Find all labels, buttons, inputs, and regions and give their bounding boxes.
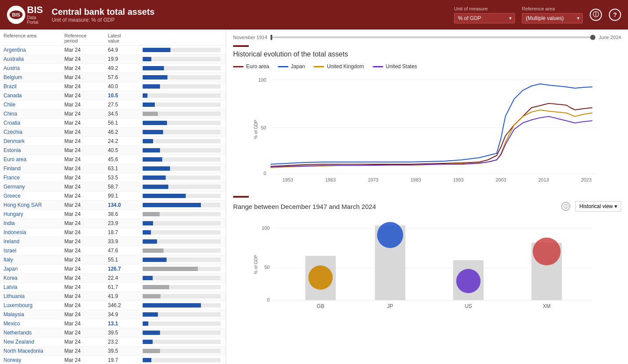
row-bar-bg [143, 139, 220, 143]
country-name[interactable]: New Zealand [3, 339, 64, 345]
row-bar-cell [143, 276, 222, 280]
country-name[interactable]: Greece [3, 193, 64, 199]
row-period: Mar 24 [64, 175, 108, 181]
country-name[interactable]: Japan [3, 266, 64, 272]
info-button[interactable]: ⓘ [590, 9, 602, 21]
unit-of-measure-select[interactable]: % of GDP [454, 13, 515, 23]
row-bar-fill [143, 130, 163, 134]
country-name[interactable]: Austria [3, 65, 64, 71]
row-bar-fill [143, 294, 160, 298]
row-bar-bg [143, 166, 220, 171]
table-row: Argentina Mar 24 64.9 [0, 46, 226, 55]
svg-text:100: 100 [258, 77, 266, 83]
table-header: Reference area Referenceperiod Latestval… [0, 30, 226, 46]
row-value: 19.7 [108, 357, 143, 363]
country-name[interactable]: Italy [3, 257, 64, 263]
country-name[interactable]: Canada [3, 93, 64, 99]
reference-area-select-wrapper[interactable]: (Multiple values) [522, 13, 583, 23]
row-value: 22.4 [108, 275, 143, 281]
row-bar-bg [143, 221, 220, 225]
table-row: Czechia Mar 24 46.2 [0, 128, 226, 137]
row-bar-bg [143, 312, 220, 317]
reference-area-select[interactable]: (Multiple values) [522, 13, 583, 23]
us-bubble [456, 269, 481, 293]
row-period: Mar 24 [64, 330, 108, 336]
timeline-slider[interactable] [271, 36, 595, 38]
table-row: Brazil Mar 24 40.0 [0, 82, 226, 91]
timeline-handle-right[interactable] [590, 35, 595, 40]
country-name[interactable]: Denmark [3, 138, 64, 144]
country-name[interactable]: India [3, 220, 64, 226]
legend-label-uk: United Kingdom [327, 63, 364, 69]
row-bar-bg [143, 130, 220, 134]
country-name[interactable]: Finland [3, 165, 64, 172]
country-name[interactable]: North Macedonia [3, 348, 64, 354]
row-value: 56.1 [108, 120, 143, 126]
timeline-handle-left[interactable] [271, 35, 272, 40]
row-period: Mar 24 [64, 147, 108, 153]
country-name[interactable]: Croatia [3, 120, 64, 126]
row-bar-bg [143, 321, 220, 326]
country-name[interactable]: Lithuania [3, 293, 64, 299]
row-period: Mar 24 [64, 74, 108, 80]
country-name[interactable]: Czechia [3, 129, 64, 135]
legend-item-us: United States [373, 63, 417, 69]
country-name[interactable]: Norway [3, 357, 64, 363]
historical-evolution-section: Historical evolution of the total assets… [233, 45, 621, 187]
country-name[interactable]: Australia [3, 56, 64, 62]
svg-text:1993: 1993 [453, 177, 464, 182]
country-name[interactable]: Belgium [3, 74, 64, 80]
row-bar-bg [143, 239, 220, 244]
row-value: 39.5 [108, 348, 143, 354]
table-row: Netherlands Mar 24 39.5 [0, 328, 226, 338]
range-dropdown[interactable]: Historical view ▾ [575, 201, 621, 212]
row-bar-bg [143, 331, 220, 335]
row-bar-cell [143, 303, 222, 308]
country-name[interactable]: China [3, 111, 64, 117]
country-name[interactable]: Luxembourg [3, 302, 64, 308]
timeline-start: November 1914 [233, 35, 267, 40]
country-name[interactable]: Israel [3, 248, 64, 254]
row-period: Mar 24 [64, 93, 108, 99]
row-value: 34.9 [108, 311, 143, 318]
country-name[interactable]: Germany [3, 184, 64, 190]
country-name[interactable]: Brazil [3, 83, 64, 89]
country-name[interactable]: Mexico [3, 321, 64, 327]
row-period: Mar 24 [64, 193, 108, 199]
timeline-end: June 2024 [599, 35, 621, 40]
country-name[interactable]: Korea [3, 275, 64, 281]
chart1-svg-container: 100 50 0 % of GDP 1953 1963 1973 1983 19… [233, 73, 621, 187]
row-bar-fill [143, 331, 160, 335]
country-name[interactable]: Hong Kong SAR [3, 202, 64, 208]
table-row: Mexico Mar 24 13.1 [0, 319, 226, 328]
row-bar-cell [143, 194, 222, 198]
row-value: 57.6 [108, 74, 143, 80]
row-period: Mar 24 [64, 321, 108, 327]
country-name[interactable]: Estonia [3, 147, 64, 153]
row-bar-fill [143, 267, 198, 271]
row-bar-bg [143, 75, 220, 79]
country-name[interactable]: Indonesia [3, 229, 64, 235]
range-info-icon[interactable]: ⓘ [561, 202, 570, 211]
help-button[interactable]: ? [609, 9, 621, 21]
row-bar-bg [143, 112, 220, 116]
xm-label: XM [543, 303, 551, 309]
country-name[interactable]: Ireland [3, 238, 64, 245]
country-name[interactable]: Hungary [3, 211, 64, 217]
country-name[interactable]: Netherlands [3, 330, 64, 336]
row-period: Mar 24 [64, 266, 108, 272]
country-name[interactable]: Chile [3, 102, 64, 108]
country-name[interactable]: Latvia [3, 284, 64, 290]
country-name[interactable]: Malaysia [3, 311, 64, 318]
row-bar-bg [143, 303, 220, 308]
row-value: 39.5 [108, 330, 143, 336]
row-value: 61.7 [108, 284, 143, 290]
country-name[interactable]: France [3, 175, 64, 181]
row-bar-bg [143, 267, 220, 271]
table-row: Israel Mar 24 47.6 [0, 246, 226, 255]
country-name[interactable]: Euro area [3, 156, 64, 162]
country-name[interactable]: Argentina [3, 47, 64, 53]
table-row: Hungary Mar 24 38.6 [0, 210, 226, 219]
row-bar-fill [143, 340, 153, 344]
unit-of-measure-select-wrapper[interactable]: % of GDP [454, 13, 515, 23]
